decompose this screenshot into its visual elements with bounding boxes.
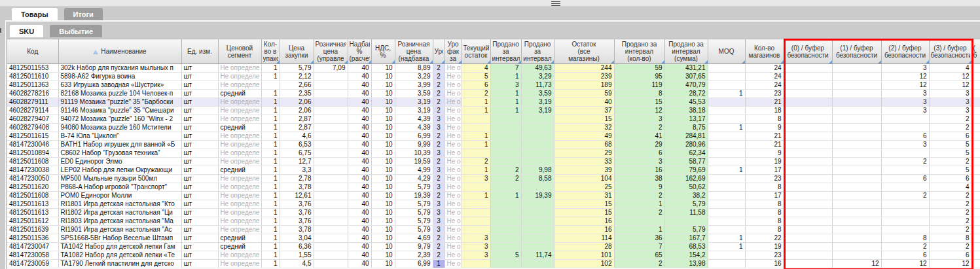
name-cell[interactable]: TA1042 Набор для детской лепки Гам xyxy=(58,243,181,251)
retail-markup-cell[interactable]: 19,39 xyxy=(395,192,433,200)
qty-per-pack-cell[interactable]: 1 xyxy=(261,209,280,217)
moq-cell[interactable] xyxy=(708,141,745,149)
retail-managed-cell[interactable] xyxy=(314,81,348,90)
unit-cell[interactable]: шт xyxy=(181,149,218,158)
sold-int-qty-cell[interactable]: 5 xyxy=(490,251,521,260)
price-segment-cell[interactable]: Не определе xyxy=(218,200,261,209)
current-stock-cell[interactable]: 6 xyxy=(462,81,490,90)
sold-all-sum-cell[interactable]: 470,79 xyxy=(664,81,708,90)
sold-all-qty-cell[interactable]: 2 xyxy=(614,209,664,217)
sold-int-sum-cell[interactable] xyxy=(521,243,554,251)
level-cell[interactable]: 2 xyxy=(433,90,445,98)
purchase-price-cell[interactable]: 2,35 xyxy=(280,90,314,98)
sold-all-sum-cell[interactable]: 8,75 xyxy=(664,124,708,132)
stock-all-cell[interactable]: 16 xyxy=(554,217,614,226)
stock-all-cell[interactable]: 25 xyxy=(554,183,614,192)
qty-per-pack-cell[interactable]: 1 xyxy=(261,217,280,226)
col-header-buffer-4-partial[interactable]: (б xyxy=(971,39,980,64)
sold-all-qty-cell[interactable]: 1 xyxy=(614,200,664,209)
retail-managed-cell[interactable] xyxy=(314,226,348,234)
current-stock-cell[interactable] xyxy=(462,200,490,209)
table-row[interactable]: 4602827911491146 Мозаика "puzzle" 35 "См… xyxy=(7,107,980,115)
name-cell[interactable]: 82168 Мозаика puzzle 104 Человек-п xyxy=(58,90,181,98)
current-stock-cell[interactable] xyxy=(462,115,490,124)
name-cell[interactable]: 91146 Мозаика "puzzle" 35 "Смешари xyxy=(58,107,181,115)
code-cell[interactable]: 46028278216 xyxy=(7,90,58,98)
price-segment-cell[interactable]: Не определе xyxy=(218,260,261,268)
markup-pct-cell[interactable]: 40 xyxy=(348,141,371,149)
buffer-0-cell[interactable] xyxy=(784,209,832,217)
level-fact-cell[interactable]: Не о xyxy=(445,243,462,251)
sold-all-qty-cell[interactable] xyxy=(614,217,664,226)
code-cell[interactable]: 48147230059 xyxy=(7,260,58,268)
buffer-1-cell[interactable] xyxy=(832,81,881,90)
sold-int-qty-cell[interactable]: 2 xyxy=(490,166,521,175)
col-header-qty-per-pack[interactable]: Кол-во вупако xyxy=(261,39,280,64)
moq-cell[interactable] xyxy=(708,64,745,73)
purchase-price-cell[interactable]: 3,76 xyxy=(280,209,314,217)
purchase-price-cell[interactable]: 3,3 xyxy=(280,166,314,175)
sold-all-qty-cell[interactable]: 15 xyxy=(614,98,664,107)
store-count-cell[interactable]: 22 xyxy=(745,234,784,243)
col-header-sold-all-sum[interactable]: Продано заинтервал(сумма) xyxy=(664,39,708,64)
buffer-0-cell[interactable] xyxy=(784,200,832,209)
unit-cell[interactable]: шт xyxy=(181,132,218,141)
retail-markup-cell[interactable]: 4,99 xyxy=(395,166,433,175)
sold-int-sum-cell[interactable]: 11,74 xyxy=(521,251,554,260)
stock-all-cell[interactable]: 68 xyxy=(554,141,614,149)
price-segment-cell[interactable]: средний xyxy=(218,124,261,132)
sold-int-qty-cell[interactable] xyxy=(490,141,521,149)
sold-int-qty-cell[interactable]: 1 xyxy=(490,107,521,115)
current-stock-cell[interactable]: 5 xyxy=(462,73,490,81)
store-count-cell[interactable]: 24 xyxy=(745,81,784,90)
sold-all-sum-cell[interactable]: 38,18 xyxy=(664,107,708,115)
col-header-buffer-0[interactable]: (0) / буфербезопасности xyxy=(784,39,832,64)
buffer-0-cell[interactable] xyxy=(784,260,832,268)
retail-managed-cell[interactable] xyxy=(314,141,348,149)
buffer-0-cell[interactable] xyxy=(784,73,832,81)
buffer-4-partial-cell[interactable] xyxy=(971,234,980,243)
level-fact-cell[interactable]: Не о xyxy=(445,90,462,98)
purchase-price-cell[interactable]: 5,79 xyxy=(280,64,314,73)
level-cell[interactable]: 1 xyxy=(433,260,445,268)
qty-per-pack-cell[interactable]: 1 xyxy=(261,132,280,141)
current-stock-cell[interactable]: 1 xyxy=(462,166,490,175)
vat-pct-cell[interactable]: 10 xyxy=(371,183,395,192)
level-cell[interactable]: 2 xyxy=(433,107,445,115)
buffer-1-cell[interactable] xyxy=(832,192,881,200)
purchase-price-cell[interactable]: 3,76 xyxy=(280,200,314,209)
retail-managed-cell[interactable] xyxy=(314,251,348,260)
unit-cell[interactable]: шт xyxy=(181,166,218,175)
sold-int-sum-cell[interactable]: 3,19 xyxy=(521,107,554,115)
buffer-3-cell[interactable]: 12 xyxy=(929,260,971,268)
buffer-2-cell[interactable]: 12 xyxy=(881,73,929,81)
buffer-1-cell[interactable] xyxy=(832,251,881,260)
retail-markup-cell[interactable]: 5,79 xyxy=(395,226,433,234)
purchase-price-cell[interactable]: 3,76 xyxy=(280,217,314,226)
buffer-4-partial-cell[interactable] xyxy=(971,226,980,234)
col-header-sold-all-qty[interactable]: Продано заинтервал(кол-во) xyxy=(614,39,664,64)
stock-all-cell[interactable]: 40 xyxy=(554,98,614,107)
buffer-1-cell[interactable] xyxy=(832,149,881,158)
retail-markup-cell[interactable]: 3,19 xyxy=(395,98,433,107)
code-cell[interactable]: 48147230058 xyxy=(7,251,58,260)
sold-int-qty-cell[interactable] xyxy=(490,260,521,268)
table-row[interactable]: 4602827911191119 Мозаика "puzzle" 35 "Ба… xyxy=(7,98,980,107)
buffer-2-cell[interactable] xyxy=(881,200,929,209)
level-fact-cell[interactable]: Не о xyxy=(445,158,462,166)
stock-all-cell[interactable]: 239 xyxy=(554,73,614,81)
sold-int-qty-cell[interactable]: 1 xyxy=(490,98,521,107)
vat-pct-cell[interactable]: 10 xyxy=(371,192,395,200)
name-cell[interactable]: C8602 Набор "Грузовая техника" xyxy=(58,149,181,158)
sold-int-qty-cell[interactable] xyxy=(490,226,521,234)
stock-all-cell[interactable]: 101 xyxy=(554,251,614,260)
moq-cell[interactable] xyxy=(708,192,745,200)
retail-managed-cell[interactable] xyxy=(314,124,348,132)
level-cell[interactable]: 2 xyxy=(433,141,445,149)
retail-markup-cell[interactable]: 4,39 xyxy=(395,115,433,124)
price-segment-cell[interactable]: Не определе xyxy=(218,132,261,141)
sold-int-sum-cell[interactable] xyxy=(521,217,554,226)
buffer-2-cell[interactable] xyxy=(881,115,929,124)
current-stock-cell[interactable] xyxy=(462,183,490,192)
unit-cell[interactable]: шт xyxy=(181,209,218,217)
